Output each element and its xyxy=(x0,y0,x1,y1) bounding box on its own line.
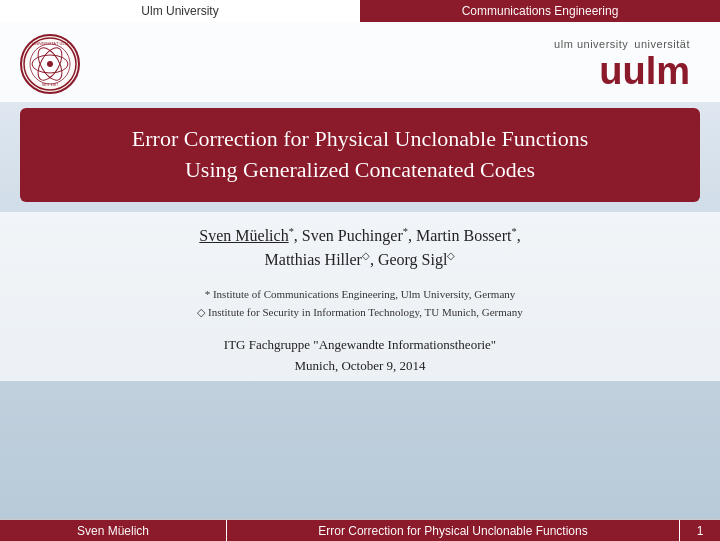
slide-title: Error Correction for Physical Unclonable… xyxy=(50,124,670,186)
university-seal: UNIVERSITÄT ULM SEIT 1967 xyxy=(20,34,80,94)
uulm-logo-text: uulm xyxy=(554,52,690,90)
slide-header: UNIVERSITÄT ULM SEIT 1967 ulm university… xyxy=(0,22,720,102)
conference-section: ITG Fachgruppe "Angewandte Informationst… xyxy=(0,327,720,381)
bottom-bar-title: Error Correction for Physical Unclonable… xyxy=(227,520,679,541)
authors-line1: Sven Müelich*, Sven Puchinger*, Martin B… xyxy=(20,224,700,248)
top-navigation-bar: Ulm University Communications Engineerin… xyxy=(0,0,720,22)
top-bar-department: Communications Engineering xyxy=(360,0,720,22)
slide-main: UNIVERSITÄT ULM SEIT 1967 ulm university… xyxy=(0,22,720,519)
uulm-logo: ulm university universität uulm xyxy=(554,38,690,90)
authors-section: Sven Müelich*, Sven Puchinger*, Martin B… xyxy=(0,212,720,279)
slide-title-box: Error Correction for Physical Unclonable… xyxy=(20,108,700,202)
svg-text:SEIT 1967: SEIT 1967 xyxy=(42,83,59,87)
affiliation-diamond: ◇ Institute for Security in Information … xyxy=(20,304,700,322)
svg-point-5 xyxy=(47,61,53,67)
bottom-bar-page: 1 xyxy=(680,520,720,541)
uulm-logo-subtitle: ulm university universität xyxy=(554,38,690,50)
affiliations-section: * Institute of Communications Engineerin… xyxy=(0,278,720,327)
bottom-navigation-bar: Sven Müelich Error Correction for Physic… xyxy=(0,519,720,541)
top-bar-university: Ulm University xyxy=(0,4,360,18)
bottom-bar-author: Sven Müelich xyxy=(0,520,226,541)
svg-text:UNIVERSITÄT ULM: UNIVERSITÄT ULM xyxy=(32,41,68,46)
conference-date: Munich, October 9, 2014 xyxy=(20,356,700,377)
affiliation-star: * Institute of Communications Engineerin… xyxy=(20,286,700,304)
conference-line1: ITG Fachgruppe "Angewandte Informationst… xyxy=(20,335,700,356)
slide-content-area: UNIVERSITÄT ULM SEIT 1967 ulm university… xyxy=(0,22,720,519)
authors-line2: Matthias Hiller◇, Georg Sigl◇ xyxy=(20,248,700,272)
